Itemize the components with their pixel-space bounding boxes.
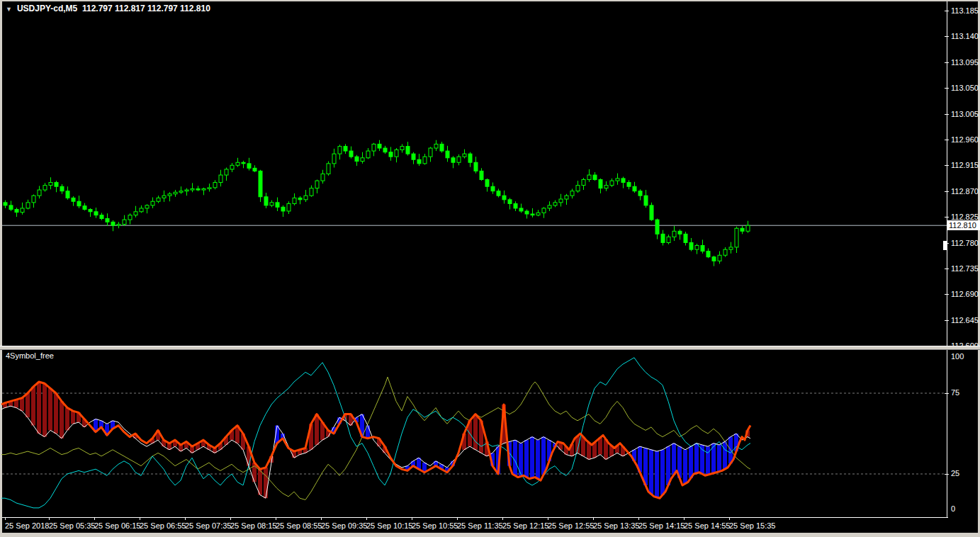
candle-body	[729, 247, 733, 249]
candle-body	[253, 168, 257, 171]
candle-body	[89, 210, 92, 212]
candle-body	[344, 147, 347, 151]
candle-body	[106, 219, 109, 222]
candle-body	[491, 186, 495, 191]
candle-body	[502, 196, 506, 200]
indicator-fill-down	[60, 401, 64, 438]
candle-body	[587, 175, 591, 179]
candle-body	[412, 154, 415, 159]
candle-body	[372, 144, 376, 151]
chart-title: ▼USDJPY-cd,M5 112.797 112.817 112.797 11…	[6, 4, 210, 13]
candle-body	[463, 154, 466, 157]
indicator-fill-up	[655, 451, 659, 497]
price-axis-label: 112.960	[951, 135, 979, 144]
candle-body	[604, 186, 608, 188]
candle-body	[208, 188, 211, 189]
candle-body	[582, 180, 585, 186]
indicator-fill-down	[37, 382, 41, 434]
indicator-fill-down	[473, 414, 478, 450]
indicator-axis-label: 100	[951, 352, 964, 361]
candle-body	[151, 201, 154, 205]
candle-body	[281, 207, 285, 211]
current-price-badge: 112.810	[947, 220, 980, 230]
candle-body	[355, 157, 359, 161]
candle-body	[94, 212, 98, 215]
indicator-fill-up	[723, 441, 727, 469]
candle-body	[593, 175, 597, 179]
candle-body	[21, 208, 24, 213]
candle-body	[434, 144, 438, 148]
chart-canvas[interactable]: 113.185113.140113.095113.050113.005112.9…	[0, 0, 980, 537]
candle-body	[559, 199, 563, 203]
candle-body	[219, 175, 223, 183]
indicator-fill-up	[541, 437, 546, 475]
indicator-line-cyan	[1, 358, 750, 508]
indicator-fill-up	[689, 446, 693, 477]
time-axis-label: 25 Sep 09:35	[321, 521, 367, 530]
candle-body	[718, 255, 721, 261]
candle-body	[650, 205, 653, 220]
indicator-axis-label: 0	[951, 504, 955, 513]
candle-body	[55, 183, 58, 187]
candle-body	[361, 158, 364, 162]
candle-body	[174, 192, 177, 193]
candle-body	[247, 164, 251, 168]
candle-body	[327, 164, 330, 174]
candle-body	[179, 191, 183, 193]
indicator-axis-label: 25	[951, 469, 959, 477]
indicator-fill-up	[530, 437, 534, 478]
candle-body	[383, 148, 387, 152]
candle-body	[117, 225, 120, 226]
candle-body	[616, 179, 619, 181]
indicator-fill-up	[694, 443, 699, 473]
candle-body	[672, 231, 676, 237]
candle-body	[32, 196, 35, 203]
axis-scroll-marker[interactable]	[943, 241, 947, 250]
indicator-fill-down	[54, 393, 58, 434]
candle-body	[230, 165, 234, 169]
candle-body	[100, 215, 103, 219]
chart-dropdown-icon[interactable]: ▼	[6, 6, 12, 13]
time-axis-label: 25 Sep 14:15	[638, 521, 685, 530]
candle-body	[553, 203, 557, 205]
time-axis-label: 25 Sep 08:55	[276, 521, 322, 530]
candle-body	[689, 242, 693, 249]
candle-body	[270, 203, 274, 205]
candle-body	[655, 220, 659, 234]
candle-body	[406, 147, 410, 154]
candle-body	[242, 162, 245, 164]
candle-body	[140, 208, 143, 212]
panel-separator[interactable]	[0, 346, 980, 350]
price-axis-label: 112.690	[951, 290, 979, 298]
candle-body	[123, 220, 126, 224]
candle-body	[83, 206, 86, 210]
candle-body	[366, 151, 370, 158]
candle-body	[735, 228, 738, 247]
candle-body	[514, 203, 517, 208]
candle-body	[440, 144, 444, 151]
candle-body	[542, 208, 546, 213]
indicator-fill-up	[683, 450, 687, 484]
candle-body	[519, 208, 523, 211]
indicator-fill-down	[43, 383, 47, 436]
indicator-fill-up	[524, 440, 529, 477]
indicator-fill-down	[31, 387, 35, 426]
time-axis-label: 25 Sep 15:35	[729, 521, 775, 530]
price-axis-label: 112.735	[951, 264, 979, 273]
candle-body	[259, 171, 262, 196]
indicator-fill-up	[672, 443, 676, 475]
candle-body	[298, 198, 302, 199]
candle-body	[576, 186, 580, 191]
candle-body	[565, 196, 568, 199]
candle-body	[332, 154, 336, 164]
chart-symbol-timeframe: USDJPY-cd,M5	[17, 4, 77, 13]
time-axis-label: 25 Sep 06:15	[94, 521, 140, 530]
candle-body	[4, 203, 7, 205]
candle-body	[627, 183, 631, 187]
price-axis-label: 112.870	[951, 187, 979, 196]
candle-body	[304, 196, 308, 200]
candle-body	[213, 183, 217, 188]
candle-body	[77, 201, 81, 205]
candle-body	[633, 186, 636, 191]
time-axis-label: 25 Sep 13:35	[593, 521, 639, 530]
